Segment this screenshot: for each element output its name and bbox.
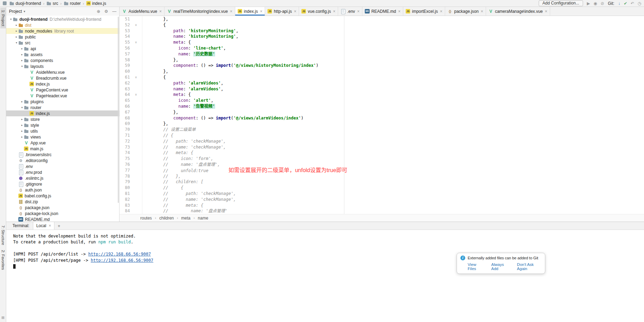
- close-tab-icon[interactable]: ×: [159, 9, 162, 14]
- tool-stripe-7-structure[interactable]: 7: Structure: [0, 223, 6, 248]
- notification-action-don-t-ask-again[interactable]: Don't Ask Again: [517, 262, 541, 271]
- code-line-82[interactable]: 82 // name: 'checkManage',: [120, 197, 644, 203]
- code-line-57[interactable]: 57 name: '历史数据': [120, 51, 644, 57]
- tree-item-readme-md[interactable]: MDREADME.md: [6, 216, 119, 222]
- tree-item-node-modules[interactable]: ▸node_moduleslibrary root: [6, 28, 119, 34]
- code-line-54[interactable]: 54 name: 'historyMonitoring',: [120, 34, 644, 39]
- tree-item-pagecontent-vue[interactable]: VPageContent.vue: [6, 87, 119, 93]
- tree-item-assets[interactable]: ▸assets: [6, 52, 119, 57]
- tool-stripe-2-favorites[interactable]: 2: Favorites: [0, 248, 6, 272]
- code-line-67[interactable]: 67 },: [120, 109, 644, 115]
- project-panel-title[interactable]: Project: [9, 9, 22, 14]
- code-line-69[interactable]: 69 },: [120, 121, 644, 127]
- tree-item-breadcrumb-vue[interactable]: VBreadcrumb.vue: [6, 75, 119, 81]
- expand-arrow-icon[interactable]: ▸: [15, 35, 18, 38]
- code-line-66[interactable]: 66 name: '告警视频': [120, 104, 644, 109]
- tool-windows-icon[interactable]: ⊞: [1, 315, 5, 320]
- tree-item-dist[interactable]: ▸dist: [6, 22, 119, 28]
- editor-tab-realtimemonitoring-index-vue[interactable]: VrealTimeMonitoring\index.vue×: [165, 7, 235, 16]
- locate-icon[interactable]: ⊕: [97, 9, 100, 14]
- code-line-78[interactable]: 78 // },: [120, 173, 644, 179]
- code-line-72[interactable]: 72 // path: 'checkManage',: [120, 138, 644, 144]
- editor-tab-package-json[interactable]: {}package.json×: [445, 7, 486, 16]
- terminal-tab-local[interactable]: Local ×: [33, 222, 55, 230]
- breadcrumb-item-src[interactable]: src: [46, 1, 59, 6]
- tree-item-api[interactable]: ▸api: [6, 46, 119, 52]
- code-line-83[interactable]: 83 // meta: {: [120, 203, 644, 208]
- editor-tab-importexcel-js[interactable]: JSimportExcel.js×: [403, 7, 445, 16]
- editor-breadcrumb-meta[interactable]: meta: [181, 216, 191, 221]
- expand-arrow-icon[interactable]: ▸: [20, 129, 24, 133]
- code-line-80[interactable]: 80 // {: [120, 185, 644, 191]
- editor-tab-index-js[interactable]: JSindex.js×: [235, 7, 265, 16]
- close-tab-icon[interactable]: ×: [294, 9, 296, 14]
- code-line-75[interactable]: 75 // icon: 'form',: [120, 156, 644, 162]
- editor-tab-env[interactable]: .env×: [338, 7, 362, 16]
- project-scrollbar[interactable]: [118, 17, 119, 203]
- commit-icon[interactable]: ✔: [624, 1, 627, 6]
- code-line-70[interactable]: 70 // 设置二级菜单: [120, 127, 644, 133]
- tree-item-main-js[interactable]: JSmain.js: [6, 146, 119, 152]
- code-line-77[interactable]: 77 // unfold:true如需设置展开的二级菜单，unfold设置为tr…: [120, 168, 644, 173]
- code-line-58[interactable]: 58 },: [120, 57, 644, 63]
- new-terminal-icon[interactable]: +: [54, 222, 63, 230]
- code-line-68[interactable]: 68 component: () => import('@/views/alar…: [120, 115, 644, 121]
- tree-item-app-vue[interactable]: VApp.vue: [6, 140, 119, 146]
- expand-arrow-icon[interactable]: ▸: [20, 59, 24, 62]
- terminal-link[interactable]: http://192.168.66.56:9007: [88, 252, 151, 257]
- close-tab-icon[interactable]: ×: [440, 9, 442, 14]
- tree-item-duoji-frontend[interactable]: ▾duoji-frontendD:\zheheWeb\duoji-fronten…: [6, 16, 119, 22]
- editor-breadcrumb-children[interactable]: children: [159, 216, 174, 221]
- close-tab-icon[interactable]: ×: [260, 9, 262, 14]
- close-tab-icon[interactable]: ×: [333, 9, 335, 14]
- tree-item-env[interactable]: .env: [6, 163, 119, 169]
- code-line-56[interactable]: 56 icon: 'line-chart',: [120, 45, 644, 51]
- code-line-74[interactable]: 74 // meta: {: [120, 150, 644, 156]
- tree-item-style[interactable]: ▸style: [6, 122, 119, 128]
- code-line-59[interactable]: 59 component: () => import('@/views/hist…: [120, 63, 644, 69]
- code-line-73[interactable]: 73 // name: 'checkManage',: [120, 144, 644, 150]
- code-line-79[interactable]: 79 // children: [: [120, 179, 644, 185]
- tree-item-utils[interactable]: ▸utils: [6, 128, 119, 134]
- notification-action-view-files[interactable]: View Files: [468, 262, 484, 271]
- expand-arrow-icon[interactable]: ▸: [20, 124, 24, 127]
- editor-breadcrumb-name[interactable]: name: [198, 216, 208, 221]
- code-line-62[interactable]: 62 path: 'alarmVideos',: [120, 80, 644, 86]
- editor-tab-readme-md[interactable]: MDREADME.md×: [362, 7, 403, 16]
- tree-item-layouts[interactable]: ▾layouts: [6, 63, 119, 69]
- code-line-60[interactable]: 60 },: [120, 69, 644, 74]
- code-line-51[interactable]: 51 },: [120, 16, 644, 22]
- code-line-53[interactable]: 53 path: 'historyMonitoring',: [120, 28, 644, 34]
- breadcrumb-item-router[interactable]: router: [63, 1, 81, 6]
- expand-arrow-icon[interactable]: ▸: [20, 135, 24, 138]
- tree-item-store[interactable]: ▸store: [6, 116, 119, 122]
- close-tab-icon[interactable]: ×: [398, 9, 400, 14]
- code-line-65[interactable]: 65 icon: 'alert',: [120, 98, 644, 104]
- tree-item-gitignore[interactable]: .gitignore: [6, 181, 119, 187]
- editor-breadcrumb-routes[interactable]: routes: [140, 216, 152, 221]
- code-line-64[interactable]: 64∨ meta: {: [120, 92, 644, 98]
- close-tab-icon[interactable]: ×: [230, 9, 232, 14]
- expand-arrow-icon[interactable]: ▸: [20, 47, 24, 50]
- fold-arrow-icon[interactable]: ∨: [130, 74, 142, 80]
- fold-arrow-icon[interactable]: ∨: [130, 22, 142, 28]
- code-line-55[interactable]: 55∨ meta: {: [120, 39, 644, 45]
- close-tab-icon[interactable]: ×: [481, 9, 483, 14]
- rollback-icon[interactable]: ↶: [630, 1, 634, 6]
- collapse-arrow-icon[interactable]: ▾: [9, 18, 13, 21]
- editor-tab-cameramanage-index-vue[interactable]: VcameraManage\index.vue×: [486, 7, 550, 16]
- tree-item-pageheader-vue[interactable]: VPageHeader.vue: [6, 93, 119, 99]
- tree-item-index-js[interactable]: JSindex.js: [6, 110, 119, 116]
- code-line-76[interactable]: 76 // name: '盘点管理',: [120, 162, 644, 168]
- expand-arrow-icon[interactable]: ▸: [15, 24, 18, 27]
- terminal-link[interactable]: http://192.168.66.56:9007: [91, 258, 153, 263]
- tree-item-public[interactable]: ▸public: [6, 34, 119, 40]
- expand-arrow-icon[interactable]: ▸: [15, 29, 18, 33]
- tree-item-src[interactable]: ▾src: [6, 40, 119, 46]
- tree-item-asidemenu-vue[interactable]: VAsideMenu.vue: [6, 69, 119, 75]
- tree-item-browserslistrc[interactable]: .browserslistrc: [6, 152, 119, 158]
- profiler-icon[interactable]: ⊘: [601, 1, 604, 6]
- notification-action-always-add[interactable]: Always Add: [491, 262, 509, 271]
- collapse-arrow-icon[interactable]: ▾: [20, 106, 24, 109]
- code-line-63[interactable]: 63 name: 'alarmVideos',: [120, 86, 644, 92]
